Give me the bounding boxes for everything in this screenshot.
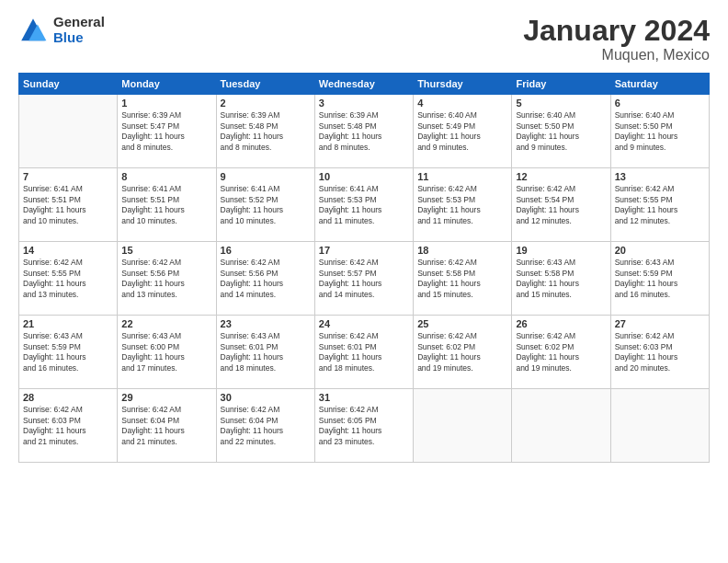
day-number: 15 [121,245,211,256]
day-info: Sunrise: 6:42 AM Sunset: 6:03 PM Dayligh… [23,405,113,447]
day-header-wednesday: Wednesday [314,74,413,95]
calendar-header: SundayMondayTuesdayWednesdayThursdayFrid… [19,74,710,95]
logo-icon [18,16,48,45]
calendar-cell: 31Sunrise: 6:42 AM Sunset: 6:05 PM Dayli… [314,389,413,463]
calendar-cell: 25Sunrise: 6:42 AM Sunset: 6:02 PM Dayli… [414,316,512,389]
day-number: 7 [23,171,113,182]
calendar-cell [610,389,709,463]
calendar-cell: 8Sunrise: 6:41 AM Sunset: 5:51 PM Daylig… [118,168,216,242]
day-header-monday: Monday [118,74,216,95]
calendar-title: January 2024 [523,15,710,47]
day-number: 14 [23,245,113,256]
day-number: 10 [319,171,409,182]
calendar-cell: 3Sunrise: 6:39 AM Sunset: 5:48 PM Daylig… [314,95,413,168]
calendar-cell: 5Sunrise: 6:40 AM Sunset: 5:50 PM Daylig… [512,95,610,168]
day-info: Sunrise: 6:40 AM Sunset: 5:49 PM Dayligh… [417,110,507,153]
logo-text: General Blue [53,15,105,45]
day-info: Sunrise: 6:41 AM Sunset: 5:51 PM Dayligh… [23,184,113,226]
day-number: 23 [221,318,311,329]
calendar-cell: 13Sunrise: 6:42 AM Sunset: 5:55 PM Dayli… [610,168,709,242]
page-header: General Blue January 2024 Muquen, Mexico [18,15,710,63]
day-header-saturday: Saturday [610,74,709,95]
logo-general: General [53,15,105,30]
day-info: Sunrise: 6:42 AM Sunset: 5:55 PM Dayligh… [615,184,705,226]
title-block: January 2024 Muquen, Mexico [523,15,710,63]
logo-blue: Blue [53,30,105,46]
day-info: Sunrise: 6:42 AM Sunset: 6:02 PM Dayligh… [516,331,606,373]
day-number: 26 [516,318,606,329]
day-number: 17 [319,245,409,256]
day-info: Sunrise: 6:42 AM Sunset: 6:04 PM Dayligh… [121,405,211,447]
day-info: Sunrise: 6:43 AM Sunset: 5:58 PM Dayligh… [516,258,606,300]
day-number: 12 [516,171,606,182]
day-header-tuesday: Tuesday [216,74,314,95]
calendar-cell: 30Sunrise: 6:42 AM Sunset: 6:04 PM Dayli… [216,389,314,463]
day-number: 3 [319,98,409,109]
calendar-cell: 29Sunrise: 6:42 AM Sunset: 6:04 PM Dayli… [118,389,216,463]
day-info: Sunrise: 6:39 AM Sunset: 5:47 PM Dayligh… [121,110,211,153]
day-info: Sunrise: 6:43 AM Sunset: 6:01 PM Dayligh… [221,331,311,373]
calendar-cell [512,389,610,463]
day-info: Sunrise: 6:41 AM Sunset: 5:53 PM Dayligh… [319,184,409,226]
calendar-cell [19,95,118,168]
day-number: 2 [221,98,311,109]
calendar-cell: 12Sunrise: 6:42 AM Sunset: 5:54 PM Dayli… [512,168,610,242]
day-number: 11 [417,171,507,182]
day-number: 28 [23,392,113,403]
day-number: 20 [615,245,705,256]
day-number: 8 [121,171,211,182]
calendar-cell: 1Sunrise: 6:39 AM Sunset: 5:47 PM Daylig… [118,95,216,168]
calendar-cell: 17Sunrise: 6:42 AM Sunset: 5:57 PM Dayli… [314,242,413,316]
day-number: 31 [319,392,409,403]
day-header-sunday: Sunday [19,74,118,95]
calendar-cell: 2Sunrise: 6:39 AM Sunset: 5:48 PM Daylig… [216,95,314,168]
day-header-thursday: Thursday [414,74,512,95]
logo: General Blue [18,15,105,45]
day-number: 27 [615,318,705,329]
calendar-cell: 21Sunrise: 6:43 AM Sunset: 5:59 PM Dayli… [19,316,118,389]
calendar-cell: 7Sunrise: 6:41 AM Sunset: 5:51 PM Daylig… [19,168,118,242]
calendar-cell: 11Sunrise: 6:42 AM Sunset: 5:53 PM Dayli… [414,168,512,242]
day-info: Sunrise: 6:42 AM Sunset: 5:56 PM Dayligh… [121,258,211,300]
day-info: Sunrise: 6:42 AM Sunset: 5:57 PM Dayligh… [319,258,409,300]
day-number: 19 [516,245,606,256]
calendar-subtitle: Muquen, Mexico [523,47,710,63]
day-number: 13 [615,171,705,182]
day-header-friday: Friday [512,74,610,95]
day-number: 16 [221,245,311,256]
day-number: 24 [319,318,409,329]
calendar-cell: 10Sunrise: 6:41 AM Sunset: 5:53 PM Dayli… [314,168,413,242]
day-info: Sunrise: 6:42 AM Sunset: 6:05 PM Dayligh… [319,405,409,447]
day-info: Sunrise: 6:41 AM Sunset: 5:52 PM Dayligh… [221,184,311,226]
day-number: 25 [417,318,507,329]
day-number: 5 [516,98,606,109]
day-info: Sunrise: 6:42 AM Sunset: 6:01 PM Dayligh… [319,331,409,373]
day-info: Sunrise: 6:42 AM Sunset: 5:53 PM Dayligh… [417,184,507,226]
day-info: Sunrise: 6:40 AM Sunset: 5:50 PM Dayligh… [615,110,705,153]
day-info: Sunrise: 6:39 AM Sunset: 5:48 PM Dayligh… [319,110,409,153]
day-info: Sunrise: 6:40 AM Sunset: 5:50 PM Dayligh… [516,110,606,153]
day-info: Sunrise: 6:41 AM Sunset: 5:51 PM Dayligh… [121,184,211,226]
calendar-cell: 20Sunrise: 6:43 AM Sunset: 5:59 PM Dayli… [610,242,709,316]
day-info: Sunrise: 6:43 AM Sunset: 5:59 PM Dayligh… [23,331,113,373]
day-info: Sunrise: 6:42 AM Sunset: 5:58 PM Dayligh… [417,258,507,300]
day-number: 22 [121,318,211,329]
day-info: Sunrise: 6:39 AM Sunset: 5:48 PM Dayligh… [221,110,311,153]
calendar-table: SundayMondayTuesdayWednesdayThursdayFrid… [18,73,710,463]
day-info: Sunrise: 6:42 AM Sunset: 5:56 PM Dayligh… [221,258,311,300]
day-number: 30 [221,392,311,403]
day-number: 9 [221,171,311,182]
day-info: Sunrise: 6:43 AM Sunset: 6:00 PM Dayligh… [121,331,211,373]
day-info: Sunrise: 6:42 AM Sunset: 5:54 PM Dayligh… [516,184,606,226]
calendar-cell: 26Sunrise: 6:42 AM Sunset: 6:02 PM Dayli… [512,316,610,389]
calendar-cell: 18Sunrise: 6:42 AM Sunset: 5:58 PM Dayli… [414,242,512,316]
day-number: 21 [23,318,113,329]
calendar-cell: 19Sunrise: 6:43 AM Sunset: 5:58 PM Dayli… [512,242,610,316]
calendar-cell: 9Sunrise: 6:41 AM Sunset: 5:52 PM Daylig… [216,168,314,242]
day-number: 18 [417,245,507,256]
calendar-cell: 27Sunrise: 6:42 AM Sunset: 6:03 PM Dayli… [610,316,709,389]
calendar-cell: 23Sunrise: 6:43 AM Sunset: 6:01 PM Dayli… [216,316,314,389]
calendar-cell: 22Sunrise: 6:43 AM Sunset: 6:00 PM Dayli… [118,316,216,389]
day-info: Sunrise: 6:42 AM Sunset: 6:02 PM Dayligh… [417,331,507,373]
day-number: 1 [121,98,211,109]
